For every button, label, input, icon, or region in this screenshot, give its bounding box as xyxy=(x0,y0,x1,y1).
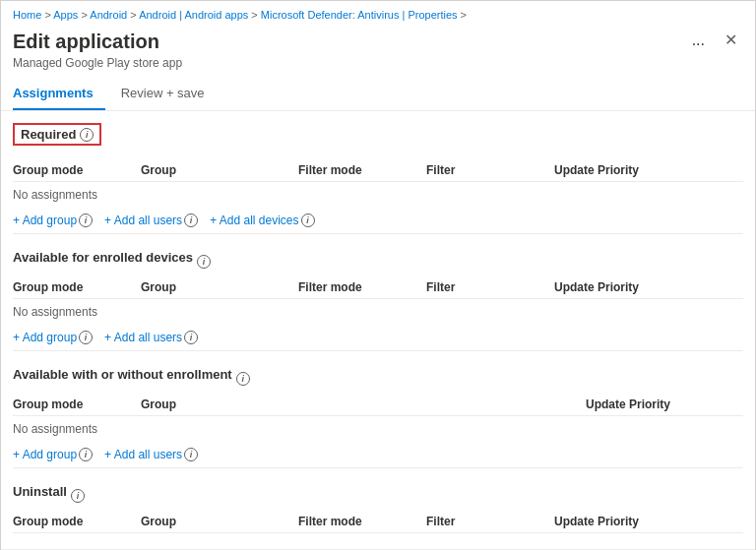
enrolled-add-group[interactable]: + Add group i xyxy=(13,331,93,344)
required-label: Required xyxy=(21,127,76,142)
page-title: Edit application xyxy=(13,29,182,54)
without-add-users-icon[interactable]: i xyxy=(184,448,198,461)
required-add-group-icon[interactable]: i xyxy=(79,214,93,227)
without-add-group-label: + Add group xyxy=(13,448,77,461)
enrolled-add-row: + Add group i + Add all users i xyxy=(13,325,743,351)
breadcrumb-properties[interactable]: Microsoft Defender: Antivirus | Properti… xyxy=(261,9,458,21)
uninstall-col-filter-mode: Filter mode xyxy=(298,515,426,528)
enrolled-col-filter: Filter xyxy=(426,280,554,294)
enrolled-col-group: Group xyxy=(141,280,298,294)
breadcrumb-apps[interactable]: Apps xyxy=(53,9,78,21)
without-add-users-label: + Add all users xyxy=(104,448,182,461)
required-add-all-devices[interactable]: + Add all devices i xyxy=(210,214,314,227)
header-left: Edit application Managed Google Play sto… xyxy=(13,29,182,70)
without-col-group: Group xyxy=(141,397,586,411)
enrolled-col-update-priority: Update Priority xyxy=(554,280,743,294)
required-col-group: Group xyxy=(141,163,298,177)
tab-bar: Assignments Review + save xyxy=(1,78,755,111)
available-without-header: Group mode Group Update Priority xyxy=(13,394,743,416)
enrolled-add-users-icon[interactable]: i xyxy=(184,331,198,344)
uninstall-col-filter: Filter xyxy=(426,515,554,528)
header-actions: ... ✕ xyxy=(686,29,743,51)
available-enrolled-title: Available for enrolled devices xyxy=(13,250,193,265)
required-add-all-users[interactable]: + Add all users i xyxy=(104,214,198,227)
without-add-group-icon[interactable]: i xyxy=(79,448,93,461)
enrolled-add-users[interactable]: + Add all users i xyxy=(104,331,198,344)
page-subtitle: Managed Google Play store app xyxy=(13,56,182,70)
required-info-icon[interactable]: i xyxy=(80,128,94,142)
tab-assignments[interactable]: Assignments xyxy=(13,78,105,110)
tab-review-save[interactable]: Review + save xyxy=(121,78,217,110)
required-table-header: Group mode Group Filter mode Filter Upda… xyxy=(13,159,743,182)
required-add-users-label: + Add all users xyxy=(104,214,182,227)
close-button[interactable]: ✕ xyxy=(719,29,743,51)
section-available-enrolled: Available for enrolled devices i Group m… xyxy=(13,250,743,351)
enrolled-no-assignments: No assignments xyxy=(13,299,743,325)
breadcrumb-android-apps[interactable]: Android | Android apps xyxy=(139,9,248,21)
section-uninstall: Uninstall i Group mode Group Filter mode… xyxy=(13,484,743,533)
without-add-row: + Add group i + Add all users i xyxy=(13,442,743,468)
breadcrumb-home[interactable]: Home xyxy=(13,9,41,21)
without-col-group-mode: Group mode xyxy=(13,397,141,411)
without-no-assignments: No assignments xyxy=(13,416,743,442)
breadcrumb: Home > Apps > Android > Android | Androi… xyxy=(1,1,755,25)
available-without-info-icon[interactable]: i xyxy=(236,372,250,386)
enrolled-add-group-icon[interactable]: i xyxy=(79,331,93,344)
required-col-group-mode: Group mode xyxy=(13,163,141,177)
required-add-group[interactable]: + Add group i xyxy=(13,214,93,227)
enrolled-add-users-label: + Add all users xyxy=(104,331,182,344)
without-add-group[interactable]: + Add group i xyxy=(13,448,93,461)
more-options-button[interactable]: ... xyxy=(686,30,711,51)
page-header: Edit application Managed Google Play sto… xyxy=(1,25,755,78)
required-col-update-priority: Update Priority xyxy=(554,163,743,177)
without-col-update-priority: Update Priority xyxy=(586,397,743,411)
content-area: Required i Group mode Group Filter mode … xyxy=(1,111,755,549)
required-badge: Required i xyxy=(13,123,101,146)
enrolled-col-group-mode: Group mode xyxy=(13,280,141,294)
breadcrumb-android[interactable]: Android xyxy=(90,9,127,21)
uninstall-header: Group mode Group Filter mode Filter Upda… xyxy=(13,511,743,533)
required-add-row: + Add group i + Add all users i + Add al… xyxy=(13,208,743,234)
uninstall-info-icon[interactable]: i xyxy=(71,489,85,503)
enrolled-col-filter-mode: Filter mode xyxy=(298,280,426,294)
uninstall-col-group-mode: Group mode xyxy=(13,515,141,528)
required-add-users-icon[interactable]: i xyxy=(184,214,198,227)
available-enrolled-info-icon[interactable]: i xyxy=(197,255,211,269)
required-col-filter: Filter xyxy=(426,163,554,177)
enrolled-add-group-label: + Add group xyxy=(13,331,77,344)
without-add-users[interactable]: + Add all users i xyxy=(104,448,198,461)
uninstall-title: Uninstall xyxy=(13,484,67,499)
uninstall-col-group: Group xyxy=(141,515,298,528)
available-without-title: Available with or without enrollment xyxy=(13,367,232,382)
panel: Home > Apps > Android > Android | Androi… xyxy=(0,0,756,550)
required-no-assignments: No assignments xyxy=(13,182,743,208)
section-required: Required i Group mode Group Filter mode … xyxy=(13,123,743,234)
uninstall-col-update-priority: Update Priority xyxy=(554,515,743,528)
available-enrolled-header: Group mode Group Filter mode Filter Upda… xyxy=(13,276,743,299)
section-available-without: Available with or without enrollment i G… xyxy=(13,367,743,468)
required-col-filter-mode: Filter mode xyxy=(298,163,426,177)
required-add-devices-icon[interactable]: i xyxy=(301,214,315,227)
required-add-group-label: + Add group xyxy=(13,214,77,227)
required-add-devices-label: + Add all devices xyxy=(210,214,298,227)
